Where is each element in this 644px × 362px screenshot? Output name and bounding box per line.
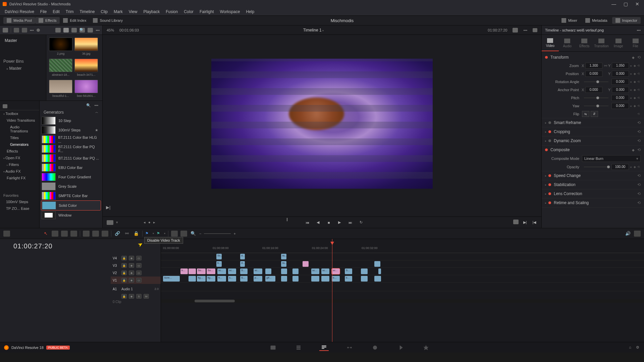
generator-item[interactable]: EBU Color Bar [41, 163, 101, 172]
enable-dot[interactable] [548, 121, 551, 124]
disable-track-icon[interactable]: ▭ [136, 270, 142, 275]
link-icon[interactable]: ⚯ [603, 64, 608, 68]
tab-audio[interactable]: Audio [559, 35, 576, 51]
lock-track-icon[interactable]: 🔒 [121, 270, 127, 275]
timeline-track-row[interactable]: b...So...So...sc...sc...S...sc...sc...sc… [161, 268, 644, 275]
timeline-clip[interactable]: b... [345, 276, 352, 282]
fx-panel-icon[interactable] [3, 104, 7, 108]
edit-index-toggle[interactable]: Edit Index [60, 17, 90, 24]
enable-dot[interactable] [548, 192, 551, 195]
menu-fusion[interactable]: Fusion [163, 9, 180, 15]
pool-back-icon[interactable] [14, 28, 19, 33]
powerbin-master[interactable]: Master [0, 65, 46, 72]
yaw-slider[interactable] [584, 106, 608, 106]
settings-icon[interactable]: ⚙ [636, 345, 639, 350]
generator-item[interactable]: Four Color Gradient [41, 172, 101, 182]
pool-menu[interactable]: ••• [96, 28, 100, 32]
timeline-clip[interactable] [281, 268, 287, 274]
generator-item[interactable]: Solid Color [41, 200, 101, 210]
last-frame-button[interactable]: ⏭ [347, 220, 353, 226]
lock-icon[interactable]: 🔒 [133, 231, 140, 237]
timeline-clip[interactable]: sc... [217, 268, 226, 274]
mute-icon[interactable]: M [144, 294, 149, 299]
timeline-clip[interactable] [189, 276, 196, 282]
grid-view-icon[interactable] [63, 28, 69, 33]
fx-menu[interactable]: ••• [94, 103, 98, 108]
enable-dot[interactable] [548, 130, 551, 133]
sort-icon[interactable] [88, 28, 93, 33]
star-icon[interactable]: ★ [95, 128, 100, 132]
media-thumb[interactable]: beach-3471... [74, 59, 98, 76]
timeline-clip[interactable]: sc... [321, 268, 329, 274]
opacity-slider[interactable] [584, 167, 608, 167]
current-edit-icon[interactable]: ● [148, 220, 151, 225]
prop-group-header[interactable]: ▸Retime and Scaling⟲ [542, 198, 644, 207]
tl-view-icon[interactable] [3, 231, 10, 237]
sound-library-toggle[interactable]: Sound Library [90, 17, 126, 24]
match-frame-icon[interactable] [513, 220, 519, 224]
pool-dots[interactable]: ••• [30, 28, 34, 32]
generator-item[interactable]: Window [41, 210, 101, 220]
enable-dot[interactable] [548, 174, 551, 177]
transform-header[interactable]: Transform ◆ ⟲ [542, 53, 644, 62]
mixer-toggle[interactable]: Mixer [558, 17, 581, 24]
rotation-slider[interactable] [584, 81, 608, 82]
zoom-x-input[interactable]: 1.300 [585, 63, 602, 69]
reset-icon[interactable]: ⟲ [637, 55, 641, 60]
timeline-timecode[interactable]: 01:00:27:20 [0, 239, 161, 253]
fxtree-toolbox[interactable]: Toolbox [0, 110, 39, 117]
timeline-track-row[interactable]: Sc...d...ra... [161, 253, 644, 260]
timeline-clip[interactable]: lig... [197, 276, 206, 282]
timeline-selector[interactable]: Timeline 1 [144, 28, 482, 33]
timeline-ruler[interactable]: 01:00:00:0001:00:08:0001:00:16:0001:00:2… [161, 239, 644, 253]
composite-mode-select[interactable]: Linear Burn▾ [582, 155, 641, 162]
disable-track-icon[interactable]: ▭ [136, 263, 142, 268]
cut-page[interactable] [294, 344, 303, 351]
media-thumb[interactable]: 2.png [49, 38, 72, 55]
viewer-expand-icon[interactable] [533, 28, 537, 32]
auto-select-icon[interactable]: ◈ [129, 256, 134, 260]
timeline-clip[interactable]: lig... [207, 276, 215, 282]
pool-rec-icon[interactable] [37, 28, 40, 32]
reset-icon[interactable]: ⟲ [637, 138, 641, 143]
disable-track-icon[interactable]: ▭ [136, 256, 142, 260]
menu-playback[interactable]: Playback [141, 9, 162, 15]
timeline-clip[interactable]: gif... [265, 276, 275, 282]
timeline-scrollbar[interactable] [161, 299, 644, 303]
flip-h-button[interactable]: ⇋ [582, 111, 589, 117]
timeline-clip[interactable] [361, 268, 368, 274]
fxtree-item[interactable]: Effects [0, 148, 39, 155]
viewer-overlay-icon[interactable] [513, 28, 518, 33]
fav-100mv[interactable]: 100mV Steps [0, 198, 39, 205]
timeline-clip[interactable]: S... [240, 276, 248, 282]
tab-image[interactable]: Image [610, 35, 627, 51]
close-button[interactable]: ✕ [635, 1, 639, 7]
media-page[interactable] [268, 344, 278, 351]
audio-track-header[interactable]: A1Audio 12.0 [111, 284, 161, 293]
step-back-button[interactable]: ◀ [315, 220, 321, 226]
media-thumb[interactable]: abstract-18... [49, 59, 72, 76]
stop-button[interactable]: ■ [326, 220, 332, 226]
tab-video[interactable]: Video [542, 35, 559, 51]
timeline-clip[interactable]: ra... [281, 254, 286, 259]
inspector-menu[interactable]: ••• [637, 28, 641, 32]
auto-select-icon[interactable]: ◈ [129, 263, 134, 268]
timeline-clip[interactable] [281, 276, 287, 282]
reset-icon[interactable]: ⟲ [637, 191, 641, 196]
fxtree-item[interactable]: Audio Transitions [0, 124, 39, 134]
timeline-clip[interactable]: Scre... [163, 276, 180, 282]
bin-master[interactable]: Master [0, 37, 46, 44]
video-track-header[interactable]: V3🔒◈▭ [111, 262, 161, 269]
menu-davinci[interactable]: DaVinci Resolve [2, 9, 37, 15]
yaw-input[interactable]: 0.000 [611, 103, 629, 109]
menu-clip[interactable]: Clip [98, 9, 110, 15]
color-page[interactable] [370, 344, 380, 351]
search-icon[interactable]: 🔍 [79, 28, 85, 33]
dynamic-trim-tool[interactable] [61, 231, 68, 237]
enable-dot[interactable] [548, 201, 551, 204]
menu-help[interactable]: Help [243, 9, 257, 15]
auto-select-audio-icon[interactable]: ◈ [129, 294, 134, 299]
generator-item[interactable]: BT.2111 Color Bar PQ F... [41, 144, 101, 154]
keyframe-icon[interactable]: ◆ [632, 56, 635, 59]
timeline-clip[interactable]: d... [240, 261, 245, 267]
